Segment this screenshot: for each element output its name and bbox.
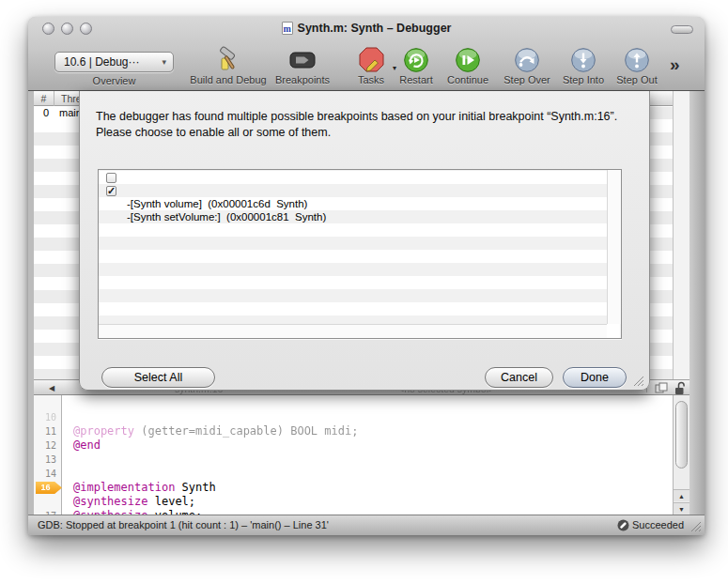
tasks-label: Tasks — [349, 74, 393, 85]
select-all-button[interactable]: Select All — [101, 367, 215, 388]
build-and-debug-label: Build and Debug — [181, 74, 275, 85]
counterparts-icon[interactable] — [655, 382, 668, 393]
chevron-down-icon: ▾ — [162, 53, 166, 71]
restart-label: Restart — [393, 74, 440, 85]
breakpoint-label: -[Synth volume] (0x00001c6d Synth) — [127, 197, 307, 210]
step-out-circle-icon — [624, 47, 650, 73]
continue-label: Continue — [441, 74, 494, 85]
checkbox-checked[interactable]: ✓ — [106, 186, 116, 196]
continue-button[interactable]: Continue — [441, 45, 494, 88]
restart-circle-icon — [403, 47, 429, 73]
document-proxy-icon[interactable]: m — [282, 22, 293, 35]
overview-label: Overview — [54, 75, 174, 86]
tasks-button[interactable]: ▾ Tasks — [349, 45, 393, 88]
build-status-label: Succeeded — [632, 515, 684, 535]
step-over-circle-icon — [514, 47, 540, 73]
code-line: 10 @property (getter=midi_capable) BOOL … — [34, 396, 654, 410]
window-title-area: m Synth.m: Synth – Debugger — [28, 21, 705, 36]
step-into-label: Step Into — [556, 74, 611, 85]
continue-circle-icon — [455, 47, 481, 73]
stop-octagon-pencil-icon — [356, 46, 386, 74]
cancel-button[interactable]: Cancel — [485, 367, 553, 388]
breakpoint-tag-icon — [288, 49, 317, 71]
breakpoints-button[interactable]: Breakpoints — [268, 45, 337, 88]
build-succeeded-icon — [617, 519, 629, 531]
right-edge-strip — [689, 91, 705, 515]
code-line: 12 — [34, 424, 654, 438]
window-title: Synth.m: Synth – Debugger — [298, 22, 452, 35]
breakpoint-row[interactable]: -[Synth volume] (0x00001c6d Synth) — [99, 171, 607, 184]
variables-scrollbar[interactable] — [673, 91, 689, 379]
restart-button[interactable]: Restart — [393, 45, 440, 88]
hammer-icon — [214, 46, 242, 74]
code-line: 14 @implementation Synth — [34, 453, 654, 467]
step-out-button[interactable]: Step Out — [611, 45, 663, 88]
overview-popup[interactable]: 10.6 | Debug··· ▾ — [54, 52, 174, 72]
threads-col-number[interactable]: # — [34, 91, 54, 106]
step-over-button[interactable]: Step Over — [498, 45, 556, 88]
list-vertical-scrollbar[interactable] — [607, 170, 621, 324]
scrollbar-thumb[interactable] — [675, 401, 688, 469]
build-and-debug-button[interactable]: Build and Debug — [181, 45, 275, 88]
sheet-message: The debugger has found multiple possible… — [96, 109, 639, 142]
sheet-resize-grip-icon[interactable] — [633, 376, 644, 387]
breakpoint-row[interactable]: ✓ -[Synth setVolume:] (0x00001c81 Synth) — [99, 184, 607, 197]
code-line: 17 @synthesize midi; — [34, 495, 654, 509]
step-over-label: Step Over — [498, 74, 556, 85]
breakpoint-chooser-sheet: The debugger has found multiple possible… — [79, 91, 650, 391]
overview-popup-value: 10.6 | Debug··· — [64, 55, 140, 69]
code-line-breakpoint: 16 @synthesize volume; — [34, 481, 654, 495]
scroll-up-button[interactable]: ▲ — [674, 489, 689, 501]
breakpoint-list: -[Synth volume] (0x00001c6d Synth) ✓ -[S… — [98, 169, 622, 339]
scroll-down-button[interactable]: ▼ — [674, 502, 689, 515]
list-horizontal-scrollbar[interactable] — [99, 324, 607, 338]
checkbox-unchecked[interactable] — [106, 173, 116, 183]
step-out-label: Step Out — [611, 74, 663, 85]
code-line: 11 @end — [34, 410, 654, 424]
checkmark-icon: ✓ — [107, 184, 116, 197]
thread-number: 0 — [34, 106, 49, 119]
window-chrome: m Synth.m: Synth – Debugger 10.6 | Debug… — [28, 17, 705, 91]
code-line: 15 @synthesize level; — [34, 467, 654, 481]
breakpoint-marker-icon[interactable]: 16 — [36, 482, 62, 494]
unlock-icon[interactable] — [674, 381, 686, 395]
gdb-status-message: GDB: Stopped at breakpoint 1 (hit count … — [38, 515, 329, 535]
debugger-window: m Synth.m: Synth – Debugger 10.6 | Debug… — [28, 17, 705, 535]
nav-back-icon[interactable]: ◀ — [49, 384, 54, 392]
done-button[interactable]: Done — [563, 367, 627, 388]
breakpoints-label: Breakpoints — [268, 74, 337, 85]
resize-grip-icon[interactable] — [690, 521, 702, 532]
build-status: Succeeded — [617, 515, 684, 535]
editor-scrollbar[interactable]: ▲ ▼ — [673, 395, 689, 515]
toolbar-overflow-chevron[interactable]: » — [670, 54, 680, 75]
toolbar-toggle-button[interactable] — [671, 25, 693, 34]
breakpoint-label: -[Synth setVolume:] (0x00001c81 Synth) — [127, 210, 326, 223]
step-into-circle-icon — [570, 47, 596, 73]
step-into-button[interactable]: Step Into — [556, 45, 611, 88]
code-line: 13 — [34, 438, 654, 453]
status-bar: GDB: Stopped at breakpoint 1 (hit count … — [28, 515, 705, 535]
code-editor[interactable]: 10 @property (getter=midi_capable) BOOL … — [34, 395, 673, 515]
breakpoint-rows: -[Synth volume] (0x00001c6d Synth) ✓ -[S… — [99, 170, 607, 324]
